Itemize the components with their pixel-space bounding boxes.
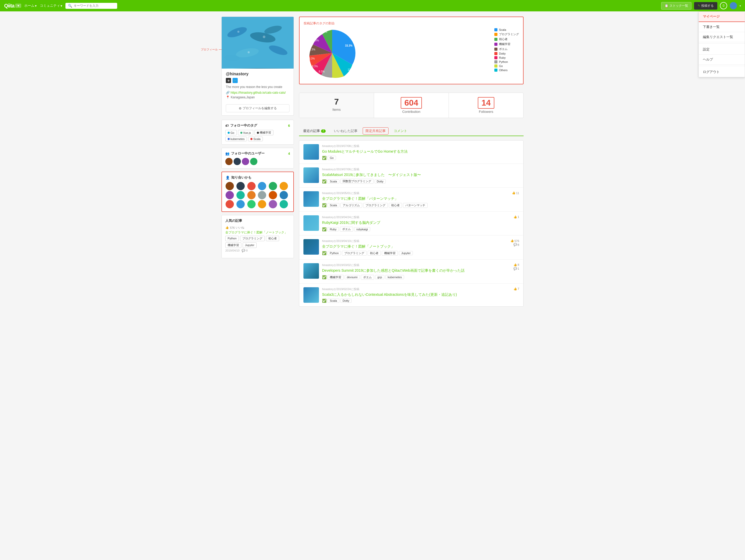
search-input[interactable] [74,4,115,7]
known-user-11[interactable] [269,191,277,199]
article-title-1[interactable]: Go ModulesとマルチモジュールでGo Homeする方法 [322,149,519,154]
article-tag-pm[interactable]: パターンマッチ [403,203,428,208]
logo-dropdown-btn[interactable]: ▼ [15,4,21,8]
article-likes-6: 👍 8 💬 1 [514,263,519,271]
known-user-6[interactable] [280,182,288,190]
article-item-2: hinastoryが2019/07/06に投稿 ScalaMatsuri 201… [299,164,523,188]
user-avatar[interactable] [730,2,737,9]
article-body-2: hinastoryが2019/07/06に投稿 ScalaMatsuri 201… [322,167,519,184]
nav-home[interactable]: ホーム ▾ [24,3,37,8]
known-user-13[interactable] [226,200,234,208]
article-tag-scala-3[interactable]: Scala [327,203,339,207]
following-users-title: 👥 フォロー中のユーザー [225,151,265,156]
popular-tag-beginner[interactable]: 初心者 [266,236,279,241]
followers-label: Followers [453,110,519,114]
known-user-8[interactable] [236,191,245,199]
article-tag-poem-6[interactable]: ポエム [361,275,374,280]
known-user-10[interactable] [258,191,266,199]
tab-comments[interactable]: コメント [390,126,411,136]
avatar-chevron-icon[interactable]: ▾ [740,4,741,7]
following-user-2[interactable] [234,158,241,165]
article-tag-fp[interactable]: 関数型プログラミング [341,179,374,184]
dropdown-mypage[interactable]: マイページ [699,12,745,22]
article-tag-go[interactable]: Go [327,156,336,160]
article-tag-scala-2[interactable]: Scala [327,179,339,184]
article-tag-prog-3[interactable]: プログラミング [363,203,388,208]
checkmark-icon-4: ✅ [322,227,326,231]
article-tag-jupyter-5[interactable]: Jupyter [399,251,413,255]
article-likes-3: 👍 11 [512,191,519,195]
tab-liked[interactable]: いいねした記事 [330,126,362,136]
stat-contribution[interactable]: 604 Contribution [374,93,449,118]
known-user-15[interactable] [247,200,256,208]
article-title-2[interactable]: ScalaMatsuri 2019に参加してきました 〜ダイジェスト版〜 [322,173,519,178]
tag-kubernetes[interactable]: kubernetes [225,137,247,141]
tab-recent[interactable]: 最近の記事 7 [299,126,330,136]
known-user-7[interactable] [226,191,234,199]
dropdown-drafts[interactable]: 下書き一覧 [699,22,745,32]
nav-community[interactable]: コミュニティ ▾ [40,3,62,8]
github-icon[interactable]: ⊕ [226,78,231,83]
article-tag-scala-7[interactable]: Scala [327,299,339,303]
stock-button[interactable]: 📋 ストック一覧 [661,2,691,9]
article-tag-devsumi[interactable]: devsumi [345,275,360,279]
article-title-7[interactable]: Scala3に入るかもしれないContextual Abstractionsを味… [322,292,519,297]
post-button[interactable]: ✎ 投稿する [694,2,717,9]
profile-link[interactable]: 🔗 https://hinastory.github.io/cats-cats-… [226,91,289,94]
popular-tag-ml[interactable]: 機械学習 [225,243,241,248]
article-tag-ml-5[interactable]: 機械学習 [382,251,398,256]
article-tag-beginner-5[interactable]: 初心者 [367,251,381,256]
known-user-16[interactable] [258,200,266,208]
article-tag-algo[interactable]: アルゴリズム [341,203,362,208]
dropdown-menu: マイページ 下書き一覧 編集リクエスト一覧 設定 ヘルプ ログアウト [699,11,745,77]
known-user-17[interactable] [269,200,277,208]
article-tag-ruby[interactable]: Ruby [327,227,339,231]
dropdown-help[interactable]: ヘルプ [699,55,745,65]
notification-count[interactable]: 0 [720,2,727,9]
tag-vuejs[interactable]: Vue.js [238,130,253,135]
dropdown-settings[interactable]: 設定 [699,44,745,55]
article-tag-poem[interactable]: ポエム [340,227,353,231]
known-user-1[interactable] [226,182,234,190]
popular-tag-python[interactable]: Python [225,236,239,241]
tag-scala[interactable]: Scala [248,137,263,141]
following-user-3[interactable] [242,158,249,165]
tag-go[interactable]: Go [225,130,237,135]
article-tag-dotty-7[interactable]: Dotty [341,299,352,303]
article-title-5[interactable]: 全プログラマに捧ぐ！図解「ノートブック」 [322,244,519,249]
dropdown-logout[interactable]: ログアウト [699,67,745,77]
stat-items[interactable]: 7 Items [299,93,374,118]
known-user-5[interactable] [269,182,277,190]
article-tag-gcp[interactable]: gcp [375,275,384,279]
article-tag-k8s[interactable]: kubernetes [385,275,404,279]
tab-limited[interactable]: 限定共有記事 [363,127,389,134]
edit-profile-button[interactable]: ⚙ プロフィールを編集する [226,104,289,112]
popular-tag-jupyter[interactable]: Jupyter [242,243,257,248]
following-user-1[interactable] [225,158,232,165]
article-title-4[interactable]: RubyKaigi 2019に関する脳内ダンプ [322,220,519,225]
legend-others: Others [494,69,519,72]
known-user-9[interactable] [247,191,256,199]
dropdown-edit-requests[interactable]: 編集リクエスト一覧 [699,32,745,42]
article-tag-ml-6[interactable]: 機械学習 [327,275,344,280]
article-tag-python-5[interactable]: Python [327,251,341,255]
known-user-3[interactable] [247,182,256,190]
following-user-4[interactable] [250,158,257,165]
known-user-2[interactable] [236,182,245,190]
known-user-14[interactable] [236,200,245,208]
article-title-3[interactable]: 全プログラマに捧ぐ！図解「パターンマッチ」 [322,196,519,201]
tag-ml[interactable]: 機械学習 [255,130,273,135]
popular-tag-prog[interactable]: プログラミング [240,236,265,241]
known-user-12[interactable] [280,191,288,199]
article-tag-prog-5[interactable]: プログラミング [342,251,366,256]
popular-article-title[interactable]: 全プログラマに捧ぐ！図解「ノートブック」 [225,230,290,235]
twitter-icon[interactable]: 🐦 [232,78,238,83]
checkmark-icon-2: ✅ [322,179,326,184]
article-tag-beginner-3[interactable]: 初心者 [389,203,402,208]
known-user-4[interactable] [258,182,266,190]
article-title-6[interactable]: Developers Summit 2019に参加した感想とQiitaのWeb画… [322,268,519,273]
known-user-18[interactable] [280,200,288,208]
stat-followers[interactable]: 14 Followers [449,93,523,118]
article-tag-rubykaigi[interactable]: rubykaigi [354,227,370,231]
article-tag-dotty[interactable]: Dotty [375,179,386,184]
